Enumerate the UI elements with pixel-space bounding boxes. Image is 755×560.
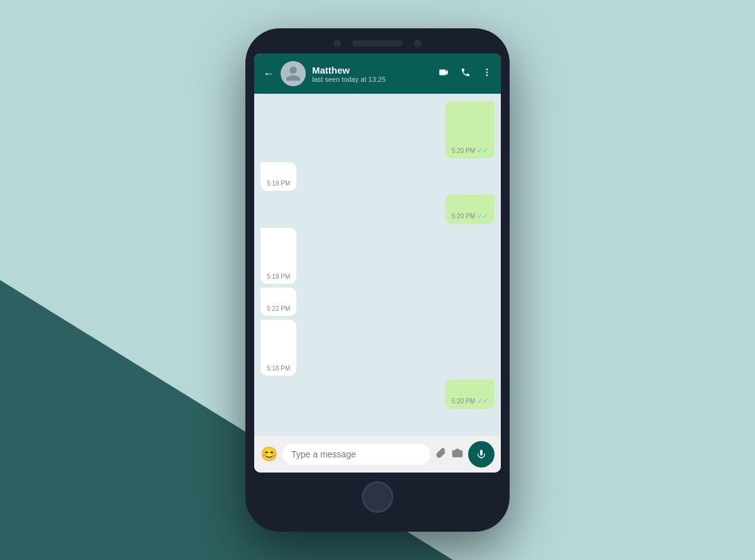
- contact-name: Matthew: [312, 65, 432, 76]
- message-text-5: [267, 293, 290, 303]
- phone-speaker: [352, 40, 403, 47]
- phone-wrapper: ← Matthew last seen today at 13:25: [245, 28, 510, 532]
- chat-area: 5:20 PM ✓✓ 5:18 PM: [254, 94, 501, 436]
- attachment-button[interactable]: [435, 447, 447, 462]
- message-time-2: 5:18 PM: [267, 180, 290, 187]
- message-text-6: [267, 325, 290, 362]
- contact-status: last seen today at 13:25: [312, 76, 432, 83]
- message-text-2: [267, 167, 290, 177]
- contact-info: Matthew last seen today at 13:25: [312, 65, 432, 83]
- more-options-icon[interactable]: [482, 67, 492, 80]
- message-bubble-6: 5:18 PM: [260, 320, 296, 376]
- message-time-3: 5:20 PM: [452, 213, 475, 220]
- message-row-7: 5:20 PM ✓✓: [260, 379, 495, 409]
- message-text-4: [267, 233, 290, 271]
- tick-icon-7: ✓✓: [477, 397, 488, 405]
- svg-point-1: [486, 72, 488, 74]
- message-text-3: [452, 199, 488, 210]
- message-bubble-2: 5:18 PM: [260, 162, 296, 191]
- message-meta-3: 5:20 PM ✓✓: [452, 212, 488, 220]
- message-time-7: 5:20 PM: [452, 398, 475, 405]
- message-row-3: 5:20 PM ✓✓: [260, 194, 495, 224]
- message-row-1: 5:20 PM ✓✓: [260, 101, 495, 159]
- message-meta-6: 5:18 PM: [267, 365, 290, 372]
- message-bubble-4: 5:18 PM: [260, 228, 296, 284]
- phone-camera-right: [414, 40, 422, 47]
- message-bubble-5: 5:22 PM: [260, 288, 296, 316]
- phone-screen: ← Matthew last seen today at 13:25: [254, 53, 501, 473]
- back-button[interactable]: ←: [263, 67, 274, 81]
- message-row-2: 5:18 PM: [260, 162, 495, 191]
- message-text-7: [452, 384, 488, 395]
- message-time-4: 5:18 PM: [267, 273, 290, 280]
- message-row-5: 5:22 PM: [260, 288, 495, 316]
- message-meta-7: 5:20 PM ✓✓: [452, 397, 488, 405]
- svg-point-2: [486, 74, 488, 76]
- svg-point-0: [486, 69, 488, 70]
- phone-home-button[interactable]: [362, 481, 393, 513]
- mic-button[interactable]: [468, 441, 495, 468]
- tick-icon-3: ✓✓: [477, 212, 488, 220]
- message-bubble-3: 5:20 PM ✓✓: [445, 194, 495, 224]
- message-time-6: 5:18 PM: [267, 365, 290, 372]
- message-meta-2: 5:18 PM: [267, 180, 290, 187]
- message-bubble-7: 5:20 PM ✓✓: [445, 379, 495, 409]
- phone-camera: [333, 40, 341, 47]
- message-row-4: 5:18 PM: [260, 228, 495, 284]
- chat-header: ← Matthew last seen today at 13:25: [254, 53, 501, 94]
- message-input[interactable]: [282, 444, 430, 465]
- emoji-button[interactable]: 😊: [260, 446, 277, 462]
- message-bubble-1: 5:20 PM ✓✓: [445, 101, 495, 159]
- phone-call-icon[interactable]: [461, 67, 471, 80]
- phone-device: ← Matthew last seen today at 13:25: [245, 28, 510, 532]
- chat-input-bar: 😊: [254, 436, 501, 473]
- message-time-1: 5:20 PM: [452, 147, 475, 154]
- message-row-6: 5:18 PM: [260, 320, 495, 376]
- video-call-icon[interactable]: [438, 67, 449, 81]
- contact-avatar: [281, 61, 306, 86]
- tick-icon-1: ✓✓: [477, 147, 488, 155]
- message-meta-5: 5:22 PM: [267, 305, 290, 312]
- header-icons: [438, 67, 492, 81]
- message-text-1: [452, 106, 488, 144]
- message-meta-4: 5:18 PM: [267, 273, 290, 280]
- phone-top-bar: [254, 40, 501, 47]
- message-meta-1: 5:20 PM ✓✓: [452, 147, 488, 155]
- message-time-5: 5:22 PM: [267, 305, 290, 312]
- camera-button[interactable]: [452, 447, 463, 462]
